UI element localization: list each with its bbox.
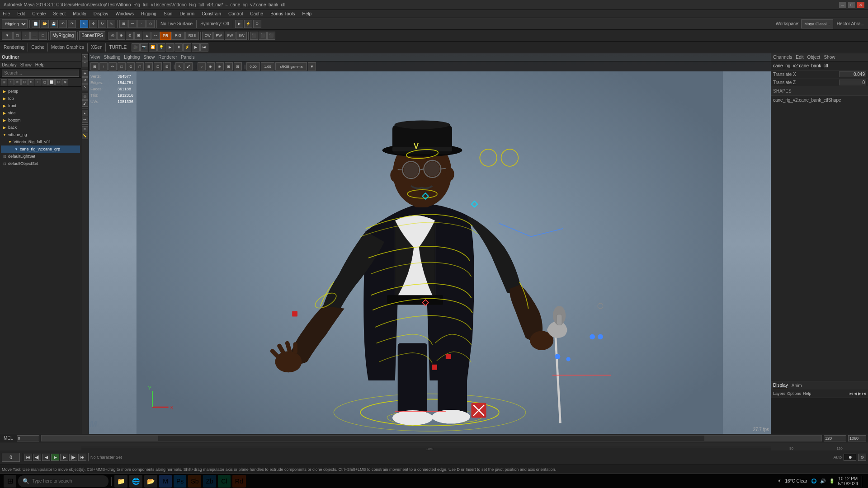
snap-point-button[interactable]: · — [137, 20, 146, 28]
vp-lighting[interactable]: Lighting — [124, 55, 140, 60]
camera2-btn[interactable]: 📷 — [140, 43, 148, 52]
vp-view[interactable]: View — [90, 55, 100, 60]
tree-item-default-light[interactable]: ⊡ defaultLightSet — [1, 153, 80, 160]
rss-btn[interactable]: RSS — [185, 32, 199, 40]
edit-label[interactable]: Edit — [796, 55, 803, 60]
tree-item-persp[interactable]: ▶ persp — [1, 88, 80, 95]
vp-renderer[interactable]: Renderer — [158, 55, 177, 60]
soft-select-btn[interactable]: ◎ — [82, 94, 88, 100]
taskbar-app6[interactable]: Cl — [218, 475, 231, 488]
vp-tb-btn8[interactable]: ⊡ — [154, 62, 162, 70]
range-thumb-right[interactable] — [704, 436, 821, 441]
vp-color-arrow[interactable]: ▼ — [308, 62, 316, 70]
sw-btn[interactable]: SW — [236, 32, 247, 40]
menu-modify[interactable]: Modify — [72, 11, 87, 16]
snap-surface-button[interactable]: ◇ — [146, 20, 155, 28]
outliner-icon3[interactable]: ✏ — [14, 79, 21, 85]
pose-btn[interactable]: RIG — [171, 32, 185, 40]
tree-item-side[interactable]: ▶ side — [1, 109, 80, 117]
menu-help[interactable]: Help — [301, 11, 312, 16]
menu-skin[interactable]: Skin — [163, 11, 173, 16]
annotate-btn[interactable]: ✏ — [82, 126, 88, 132]
fw-btn[interactable]: FW — [225, 32, 236, 40]
menu-create[interactable]: Create — [31, 11, 47, 16]
menu-display[interactable]: Display — [93, 11, 109, 16]
pr-btn[interactable]: PR — [160, 32, 171, 40]
tree-item-bottom[interactable]: ▶ bottom — [1, 117, 80, 124]
mirror-btn[interactable]: ⇔ — [151, 32, 160, 40]
render-button[interactable]: ▶ — [235, 20, 243, 28]
next-key-btn[interactable]: |▶ — [69, 454, 77, 461]
tree-item-vittone-rig[interactable]: ▼ vittone_rig — [1, 131, 80, 138]
range-end-input[interactable] — [824, 435, 846, 441]
outliner-icon5[interactable]: ⊙ — [28, 79, 34, 85]
vp-panels[interactable]: Panels — [181, 55, 195, 60]
menu-select[interactable]: Select — [52, 11, 66, 16]
ipr-button[interactable]: ⚡ — [244, 20, 252, 28]
workspace-selector[interactable]: Maya Classi... — [801, 19, 833, 28]
joint-btn[interactable]: ◎ — [108, 32, 117, 40]
outliner-show[interactable]: Show — [20, 62, 32, 67]
stop-render-btn[interactable]: ⏸ — [175, 43, 183, 52]
rotate-tool-button[interactable]: ↻ — [98, 20, 106, 28]
menu-cache[interactable]: Cache — [249, 11, 264, 16]
volume-icon[interactable]: 🔊 — [820, 479, 826, 483]
prev-key-btn[interactable]: ◀| — [33, 454, 41, 461]
vp-tb-btn4[interactable]: □ — [118, 62, 126, 70]
vp-tb-btn5[interactable]: ⊙ — [127, 62, 135, 70]
translate-z-input[interactable] — [839, 80, 866, 85]
options-label[interactable]: Options — [787, 391, 801, 396]
taskbar-zbrush[interactable]: Zb — [203, 475, 216, 488]
nav-prev[interactable]: ◀ — [854, 391, 857, 396]
bind-btn[interactable]: ⊞ — [134, 32, 142, 40]
snap-grid-button[interactable]: ⊞ — [119, 20, 127, 28]
range-start-input[interactable] — [17, 435, 39, 441]
extra2-btn[interactable]: ⬛ — [259, 32, 267, 40]
render2-btn[interactable]: ▶ — [166, 43, 174, 52]
render3-btn[interactable]: ⚡ — [183, 43, 191, 52]
play2-btn[interactable]: ▶ — [192, 43, 200, 52]
select-tool-button[interactable]: ↖ — [80, 20, 88, 28]
tree-item-back[interactable]: ▶ back — [1, 124, 80, 131]
range-slider[interactable] — [41, 435, 822, 441]
timeline-ruler[interactable]: 0 5 10 20 30 40 50 60 70 80 90 120 1060 — [0, 442, 868, 450]
vp-cam-btn3[interactable]: ⊗ — [216, 62, 224, 70]
relax-btn[interactable]: 〜 — [82, 117, 88, 123]
save-scene-button[interactable]: 💾 — [50, 20, 58, 28]
cw-btn[interactable]: CW — [202, 32, 213, 40]
tree-item-default-obj[interactable]: ⊡ defaultObjectSet — [1, 160, 80, 167]
viewport-panel[interactable]: View Shading Lighting Show Renderer Pane… — [89, 53, 771, 434]
taskbar-substance[interactable]: Sb — [188, 475, 201, 488]
vp-gamma-input[interactable]: 1.00 — [261, 62, 274, 70]
maximize-button[interactable]: □ — [848, 2, 855, 8]
outliner-icon9[interactable]: ⊟ — [55, 79, 61, 85]
ik-btn[interactable]: ⊕ — [117, 32, 125, 40]
outliner-icon2[interactable]: ↑ — [8, 79, 14, 85]
taskbar-photoshop[interactable]: Ps — [174, 475, 186, 488]
menu-deform[interactable]: Deform — [179, 11, 195, 16]
outliner-icon1[interactable]: ⊞ — [1, 79, 7, 85]
vp-cam-btn2[interactable]: ⊕ — [207, 62, 215, 70]
taskbar-app7[interactable]: Rd — [232, 475, 246, 488]
snap-curve-button[interactable]: 〜 — [128, 20, 137, 28]
vp-select-btn[interactable]: ↖ — [175, 62, 184, 70]
settings-btn[interactable]: ⚙ — [858, 454, 866, 461]
outliner-icon6[interactable]: □ — [35, 79, 41, 85]
vp-tb-btn7[interactable]: ⊟ — [145, 62, 153, 70]
face-btn[interactable]: □ — [39, 32, 47, 40]
edge-btn[interactable]: — — [30, 32, 38, 40]
vp-tb-btn9[interactable]: ⊠ — [163, 62, 171, 70]
menu-windows[interactable]: Windows — [114, 11, 135, 16]
vp-cam-btn4[interactable]: ⊞ — [225, 62, 233, 70]
mode-selector[interactable]: Rigging — [2, 19, 28, 28]
extra1-btn[interactable]: ⬛ — [250, 32, 258, 40]
taskbar-chrome[interactable]: 🌐 — [129, 475, 142, 488]
menu-edit[interactable]: Edit — [16, 11, 26, 16]
menu-rigging[interactable]: Rigging — [140, 11, 157, 16]
menu-file[interactable]: File — [2, 11, 11, 16]
rotate-btn[interactable]: ↺ — [82, 77, 88, 84]
open-scene-button[interactable]: 📂 — [41, 20, 49, 28]
start-button[interactable]: ⊞ — [4, 475, 16, 488]
measure-btn[interactable]: 📏 — [82, 133, 88, 139]
vp-tb-btn2[interactable]: ↑ — [99, 62, 108, 70]
